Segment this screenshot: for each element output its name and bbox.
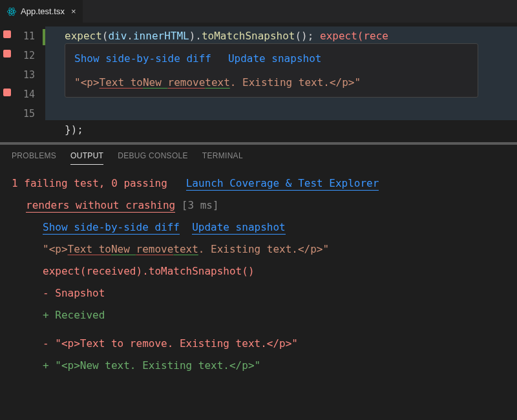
inline-snapshot-preview: "<p>Text toNew removetext. Existing text… [74, 74, 469, 92]
tab-debug-console[interactable]: DEBUG CONSOLE [118, 151, 188, 165]
error-marker-icon[interactable] [3, 89, 11, 96]
line-number: 11 [14, 26, 41, 46]
legend-snapshot: - Snapshot [12, 282, 514, 304]
inline-diff-hover: Show side-by-side diff Update snapshot "… [65, 43, 478, 98]
test-actions: Show side-by-side diff Update snapshot [12, 216, 514, 238]
tab-terminal[interactable]: TERMINAL [202, 151, 243, 165]
annotation-gutter [0, 23, 14, 142]
output-panel[interactable]: 1 failing test, 0 passing Launch Coverag… [0, 169, 517, 377]
editor-tab-app-test[interactable]: App.test.tsx × [0, 0, 83, 23]
error-marker-icon[interactable] [3, 50, 11, 58]
assertion-line: expect(received).toMatchSnapshot() [12, 260, 514, 282]
line-number: 12 [14, 46, 41, 65]
update-snapshot-link[interactable]: Update snapshot [228, 49, 322, 68]
show-diff-link[interactable]: Show side-by-side diff [74, 49, 211, 68]
tab-problems[interactable]: PROBLEMS [12, 151, 56, 165]
line-number: 13 [14, 65, 41, 85]
editor-tab-bar: App.test.tsx × [0, 0, 517, 23]
test-summary: 1 failing test, 0 passing Launch Coverag… [12, 173, 514, 194]
error-marker-icon[interactable] [3, 30, 11, 38]
update-snapshot-link[interactable]: Update snapshot [192, 221, 286, 235]
editor-pane[interactable]: 11 12 13 14 15 expect(div.innerHTML).toM… [0, 23, 517, 142]
line-number-gutter: 11 12 13 14 15 [14, 23, 41, 142]
react-icon [6, 6, 17, 17]
legend-received: + Received [12, 304, 514, 326]
diff-line-removed: - "<p>Text to remove. Existing text.</p>… [12, 333, 514, 355]
code-line-15[interactable]: }); [45, 120, 517, 140]
close-icon[interactable]: × [71, 6, 76, 16]
test-result-row: renders without crashing [3 ms] [12, 194, 514, 216]
failing-test-name[interactable]: renders without crashing [26, 199, 175, 213]
diff-line-added: + "<p>New text. Existing text.</p>" [12, 355, 514, 377]
show-diff-link[interactable]: Show side-by-side diff [43, 221, 180, 235]
bottom-panel: PROBLEMS OUTPUT DEBUG CONSOLE TERMINAL 1… [0, 142, 517, 420]
launch-coverage-link[interactable]: Launch Coverage & Test Explorer [186, 177, 379, 191]
line-number: 14 [14, 85, 41, 104]
panel-tab-bar: PROBLEMS OUTPUT DEBUG CONSOLE TERMINAL [0, 145, 517, 169]
tab-output[interactable]: OUTPUT [70, 151, 103, 165]
editor-tab-label: App.test.tsx [21, 6, 65, 16]
line-number: 15 [14, 104, 41, 123]
snapshot-preview: "<p>Text toNew removetext. Existing text… [12, 238, 514, 260]
svg-point-3 [11, 10, 12, 12]
